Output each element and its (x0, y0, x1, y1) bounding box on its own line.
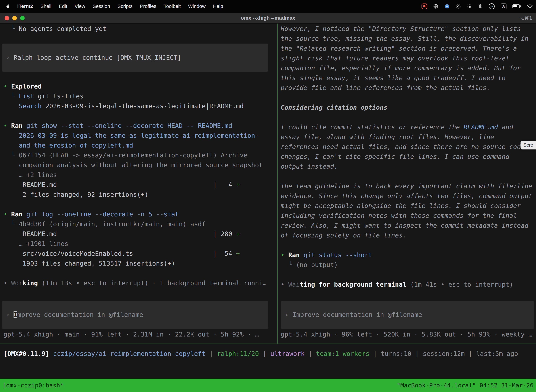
menu-item-profiles[interactable]: Profiles (140, 4, 156, 9)
screen-edge-button[interactable]: Scre (521, 141, 536, 149)
text-segment: the "Related research writing" section i… (281, 45, 517, 52)
text-segment: [OMX#0.11.9] (4, 350, 53, 357)
text-segment: companion analysis without altering the … (4, 161, 263, 169)
text-segment: turns:10 (381, 350, 411, 357)
text-segment: gpt-5.4 xhigh · main · 91% left · 2.31M … (4, 331, 259, 338)
text-segment (4, 103, 19, 110)
text-segment: 4b9d30f (origin/main, instructkr/main, m… (19, 220, 206, 228)
dark-app-icon[interactable] (456, 4, 461, 9)
blank-line (4, 34, 277, 44)
terminal-line: • Working (11m 13s • esc to interrupt) ·… (4, 278, 277, 288)
text-segment: › (6, 54, 14, 61)
text-segment: last:5m ago (476, 350, 518, 357)
text-segment: └ (4, 25, 19, 32)
blank-line (281, 270, 536, 280)
menu-bar-items: iTerm2ShellEditViewSessionScriptsProfile… (5, 4, 223, 9)
text-segment: └ (4, 93, 19, 100)
terminal-line: The team guideline is to back every impo… (281, 181, 536, 191)
grid-icon[interactable] (467, 4, 472, 9)
terminal-line: the source tree, missing the essay. Stil… (281, 34, 536, 44)
menu-item-scripts[interactable]: Scripts (117, 4, 133, 9)
text-segment: • (4, 210, 11, 218)
menu-item-toolbelt[interactable]: Toolbelt (164, 4, 181, 9)
pane-divider[interactable] (277, 23, 278, 344)
text-segment: The team guideline is to back every impo… (281, 182, 532, 190)
text-segment: | (411, 350, 423, 357)
terminal-line: • Explored (4, 81, 277, 91)
terminal-line: … +1901 lines (4, 239, 277, 249)
text-segment: I (14, 311, 17, 318)
battery-gauge-label: .61 (490, 5, 493, 8)
terminal-line: Search 2026-03-09-is-legal-the-same-as-l… (4, 101, 277, 111)
command-input[interactable]: › Improve documentation in @filename (281, 301, 534, 329)
menu-item-shell[interactable]: Shell (40, 4, 51, 9)
terminal-line: companion analysis without altering the … (4, 160, 277, 170)
text-segment: git log --oneline --decorate -n 5 --stat (23, 210, 179, 218)
blank-line (281, 93, 536, 103)
menu-item-view[interactable]: View (75, 4, 85, 9)
menu-item-session[interactable]: Session (92, 4, 110, 9)
text-segment: └ (4, 220, 19, 228)
terminal-line: 2026-03-09-is-legal-the-same-as-legitima… (4, 131, 277, 140)
terminal-line: references need actual files, and since … (281, 142, 536, 152)
text-segment: 2026-03-09-is-legal-the-same-as-legitima… (4, 132, 259, 139)
traffic-lights (5, 13, 25, 23)
screen-recording-indicator-icon[interactable] (421, 4, 427, 9)
text-segment: … +2 lines (4, 171, 57, 178)
text-segment: | (369, 350, 381, 357)
globe-icon[interactable] (433, 4, 438, 9)
app-badge-icon[interactable] (478, 4, 483, 9)
menu-item-help[interactable]: Help (213, 4, 223, 9)
text-segment: Search (19, 103, 42, 110)
menu-item-edit[interactable]: Edit (59, 4, 67, 9)
terminal-line: this single essay, it seems like a good … (281, 73, 536, 83)
text-segment: might be acceptable alongside the file l… (281, 202, 521, 209)
wifi-icon[interactable] (527, 4, 533, 9)
text-segment: Ran (11, 210, 23, 218)
battery-gauge-icon[interactable]: .61 (489, 3, 495, 9)
text-segment: Explored (11, 83, 42, 90)
text-segment: ultrawork (270, 350, 305, 357)
terminal-line: • Ran git show --stat --oneline --decora… (4, 121, 277, 131)
window-title-bar[interactable]: omx --xhigh --madmax ⌥⌘1 (0, 13, 536, 23)
text-segment: • (4, 122, 11, 129)
text-segment: • (281, 281, 288, 288)
minimize-window-button[interactable] (12, 16, 17, 20)
text-segment: (1m 41s • esc to interrupt) (407, 281, 513, 288)
command-input[interactable]: › Improve documentation in @filename (2, 301, 268, 329)
terminal-line: └ No agents completed yet (4, 24, 277, 34)
text-segment: changes, I can't cite specific file line… (281, 153, 509, 160)
terminal-line: changes, I can't cite specific file line… (281, 152, 536, 162)
text-segment: README.md (464, 123, 498, 131)
text-segment: | (259, 350, 270, 357)
text-segment: Wor (11, 280, 23, 287)
text-segment: provide file and line references from th… (281, 84, 490, 91)
apple-menu-icon[interactable] (5, 4, 10, 9)
text-segment: Wai (288, 281, 300, 288)
blank-line (281, 112, 536, 122)
text-segment: git show --stat --oneline --decorate HEA… (23, 122, 232, 129)
terminal-line: gpt-5.4 xhigh · 96% left · 520K in · 5.8… (281, 330, 536, 339)
tmux-host-clock: "MacBook-Pro-44.local" 04:52 31-Mar-26 (397, 382, 534, 389)
blank-line (4, 111, 277, 121)
text-segment: companion file, especially if more comme… (281, 65, 521, 72)
input-source-icon[interactable]: A (501, 4, 507, 9)
terminal-line: └ List git ls-files (4, 91, 277, 101)
battery-icon[interactable] (512, 5, 521, 8)
input-source-label: A (501, 4, 507, 9)
blue-app-icon[interactable] (444, 4, 450, 9)
text-segment: king (23, 280, 38, 287)
text-segment: output instead. (281, 163, 338, 170)
text-segment: └ (4, 152, 19, 159)
text-segment: git ls-files (34, 93, 84, 100)
text-segment: and-the-erosion-of-copyleft.md (4, 142, 133, 149)
blank-line (4, 268, 277, 278)
close-window-button[interactable] (5, 16, 9, 20)
zoom-window-button[interactable] (20, 16, 25, 20)
text-segment: | (465, 350, 476, 357)
text-segment: + (236, 230, 240, 238)
terminal-line: 1903 files changed, 513517 insertions(+) (4, 258, 277, 268)
text-segment: Considering citation options (281, 104, 388, 111)
menu-item-iterm2[interactable]: iTerm2 (17, 4, 33, 9)
menu-item-window[interactable]: Window (188, 4, 206, 9)
